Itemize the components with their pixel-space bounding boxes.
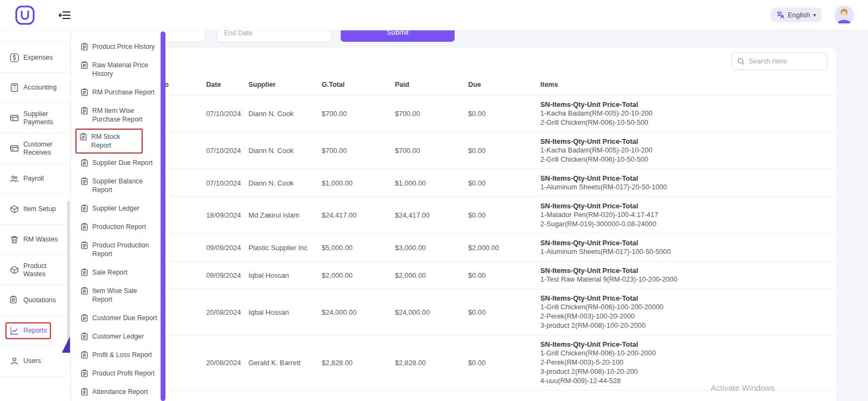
submenu-item-supplier-due-report[interactable]: Supplier Due Report bbox=[71, 154, 161, 172]
table-row[interactable]: 20/08/2024 Gerald K. Barrett $2,828.00 $… bbox=[80, 335, 836, 390]
item-line: 1-Kacha Badam(RM-005)-20-10-200 bbox=[540, 146, 827, 155]
sidebar-item-quotations[interactable]: Quotations bbox=[0, 285, 70, 316]
clipboard-icon bbox=[81, 388, 88, 396]
sidebar-item-content: Customer Receives bbox=[5, 137, 68, 161]
sidebar-item-reports[interactable]: Reports bbox=[0, 316, 70, 346]
people-icon bbox=[10, 174, 19, 183]
cell-due: $2,000.00 bbox=[468, 244, 540, 252]
sidebar-item-accounting[interactable]: Accounting bbox=[0, 73, 70, 103]
cell-paid: $2,000.00 bbox=[395, 271, 468, 279]
cell-gtotal: $24,000.00 bbox=[322, 308, 395, 316]
items-lines: 1-Test Raw Material 9(RM-023)-10-200-200… bbox=[540, 275, 827, 284]
sidebar-item-content: Payroll bbox=[5, 170, 48, 187]
sidebar-item-item-setup[interactable]: Item Setup bbox=[0, 194, 70, 225]
submenu-item-product-production-report[interactable]: Product Production Report bbox=[71, 236, 161, 263]
header-date: Date bbox=[206, 81, 248, 88]
submenu-item-customer-due-report[interactable]: Customer Due Report bbox=[71, 309, 161, 327]
submenu-item-label: Supplier Balance Report bbox=[92, 177, 158, 194]
cell-due: $0.00 bbox=[468, 271, 540, 279]
submenu-item-item-wise-sale-report[interactable]: Item Wise Sale Report bbox=[71, 282, 161, 309]
translate-icon bbox=[776, 11, 784, 19]
user-avatar[interactable] bbox=[834, 5, 854, 25]
submenu-item-product-price-history[interactable]: Product Price History bbox=[71, 37, 161, 56]
submenu-item-product-profit-report[interactable]: Product Profit Report bbox=[71, 364, 161, 383]
item-line: 1-Test Raw Material 9(RM-023)-10-200-200… bbox=[540, 275, 827, 284]
sidebar-item-label: Product Wastes bbox=[23, 262, 63, 278]
table-row[interactable]: 09/09/2024 Plastic Supplier Inc $5,000.0… bbox=[80, 233, 836, 261]
submenu-item-customer-ledger[interactable]: Customer Ledger bbox=[71, 327, 161, 346]
table-row[interactable]: 20/08/2024 Iqbal Hossan $24,000.00 $24,0… bbox=[80, 289, 836, 335]
sidebar-item-customer-receives[interactable]: Customer Receives bbox=[0, 133, 70, 164]
clipboard-icon bbox=[81, 287, 88, 295]
submenu-item-rm-item-wise-purchase-report[interactable]: RM Item Wise Purchase Report bbox=[71, 101, 161, 129]
submenu-item-profit-loss-report[interactable]: Profit & Loss Report bbox=[71, 346, 161, 364]
table-row[interactable]: 09/09/2024 Iqbal Hossan $2,000.00 $2,000… bbox=[80, 261, 836, 289]
cell-due: $0.00 bbox=[468, 211, 540, 219]
submenu-item-sale-report[interactable]: Sale Report bbox=[71, 263, 161, 282]
table-row[interactable]: 18/09/2024 Md Zakirul Islam $24,417.00 $… bbox=[80, 196, 836, 233]
submenu-item-label: Supplier Ledger bbox=[92, 204, 139, 213]
cell-paid: $3,000.00 bbox=[395, 244, 468, 252]
search-input[interactable] bbox=[749, 58, 821, 65]
submenu-item-label: Sale Report bbox=[92, 268, 127, 277]
sidebar-item-label: Payroll bbox=[23, 175, 44, 183]
submenu-item-production-report[interactable]: Production Report bbox=[71, 218, 161, 236]
table-row[interactable]: 07/10/2024 Diann N. Cook $700.00 $700.00… bbox=[80, 132, 836, 169]
sidebar-item-rm-wastes[interactable]: RM Wastes bbox=[0, 225, 70, 255]
sidebar-item-users[interactable]: Users bbox=[0, 346, 70, 377]
submenu-item-raw-material-price-history[interactable]: Raw Material Price History bbox=[71, 56, 161, 83]
cell-items: SN-Items-Qty-Unit Price-Total bbox=[540, 399, 836, 401]
submenu-item-attendance-report[interactable]: Attendance Report bbox=[71, 383, 161, 401]
submenu-item-supplier-balance-report[interactable]: Supplier Balance Report bbox=[71, 172, 161, 199]
sidebar-item-label: Users bbox=[23, 357, 41, 365]
submenu-item-rm-stock-report[interactable]: RM Stock Report bbox=[75, 129, 143, 154]
sidebar-item-label: Expenses bbox=[23, 54, 53, 62]
cell-due: $0.00 bbox=[468, 147, 540, 155]
sidebar-item-content: Accounting bbox=[5, 79, 61, 96]
cell-due: $0.00 bbox=[468, 179, 540, 187]
table-row[interactable]: 07/10/2024 Diann N. Cook $700.00 $700.00… bbox=[80, 95, 836, 132]
submenu-item-rm-purchase-report[interactable]: RM Purchase Report bbox=[71, 83, 161, 101]
sidebar-item-payroll[interactable]: Payroll bbox=[0, 164, 70, 194]
header-gtotal: G.Total bbox=[322, 81, 395, 88]
item-line: 2-Grill Chicken(RM-006)-10-50-500 bbox=[540, 118, 827, 128]
sidebar-item-content: Reports bbox=[5, 322, 51, 339]
sidebar-item-expenses[interactable]: Expenses bbox=[0, 42, 70, 73]
sidebar: Expenses Accounting Supplier Payments Cu… bbox=[0, 30, 71, 401]
items-header: SN-Items-Qty-Unit Price-Total bbox=[540, 201, 827, 211]
cell-gtotal: $2,828.00 bbox=[322, 359, 395, 367]
cell-gtotal: $700.00 bbox=[322, 147, 395, 155]
box-icon bbox=[10, 265, 19, 275]
submenu-item-label: RM Stock Report bbox=[91, 132, 141, 150]
sidebar-item-label: Quotations bbox=[23, 296, 56, 304]
sidebar-scrollbar[interactable] bbox=[67, 201, 69, 354]
language-selector[interactable]: English ▾ bbox=[771, 8, 821, 22]
search-box[interactable] bbox=[731, 52, 827, 70]
submenu-item-label: Product Price History bbox=[92, 42, 155, 51]
clipboard-icon bbox=[81, 205, 88, 212]
submenu-item-supplier-ledger[interactable]: Supplier Ledger bbox=[71, 199, 161, 218]
sidebar-item-supplier-payments[interactable]: Supplier Payments bbox=[0, 103, 70, 133]
cell-gtotal: $5,000.00 bbox=[322, 244, 395, 252]
table-row[interactable]: 07/10/2024 Diann N. Cook $1,000.00 $1,00… bbox=[80, 169, 836, 196]
header-due: Due bbox=[468, 81, 540, 88]
items-lines: 1-Kacha Badam(RM-005)-20-10-2002-Grill C… bbox=[540, 109, 827, 128]
activate-windows-watermark: Activate Windows bbox=[711, 383, 775, 392]
cell-supplier: Gerald K. Barrett bbox=[248, 359, 322, 367]
sidebar-toggle-icon[interactable] bbox=[59, 11, 71, 20]
submenu-scrollbar[interactable] bbox=[161, 31, 165, 401]
sidebar-item-label: Item Setup bbox=[23, 205, 56, 213]
item-line: 3-product 2(RM-008)-100-20-2000 bbox=[540, 321, 827, 330]
sidebar-item-product-wastes[interactable]: Product Wastes bbox=[0, 255, 70, 285]
sidebar-item-content: Product Wastes bbox=[5, 258, 68, 282]
clipboard-icon bbox=[80, 133, 87, 141]
app-logo-icon[interactable] bbox=[14, 4, 36, 26]
cell-items: SN-Items-Qty-Unit Price-Total 1-Test Raw… bbox=[540, 266, 836, 284]
item-line: 2-Perek(RM-003)-5-20-100 bbox=[540, 358, 827, 367]
cell-date: 18/09/2024 bbox=[206, 211, 248, 219]
clipboard-icon bbox=[81, 351, 88, 359]
cell-date: 09/09/2024 bbox=[206, 244, 248, 252]
cell-items: SN-Items-Qty-Unit Price-Total 1-Grill Ch… bbox=[540, 340, 836, 386]
dollar-icon bbox=[10, 53, 19, 62]
clipboard-icon bbox=[81, 43, 88, 50]
